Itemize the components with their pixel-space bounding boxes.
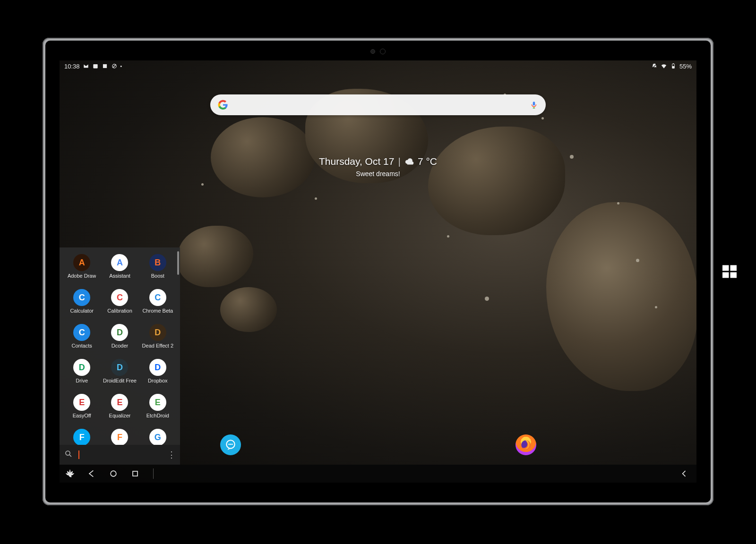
battery-percent: 55% [679,63,692,70]
weather-cloud-icon [404,157,414,166]
app-icon: F [111,429,128,445]
status-clock: 10:38 [64,63,80,70]
app-label: Equalizer [109,413,131,418]
app-etchdroid[interactable]: EEtchDroid [139,394,176,427]
app-calibration[interactable]: CCalibration [101,289,138,322]
navigation-bar [60,465,696,483]
app-icon: A [73,254,90,271]
windows-hardware-button[interactable] [721,263,738,280]
app-droidedit-free[interactable]: DDroidEdit Free [101,359,138,392]
drawer-scrollbar[interactable] [177,251,179,275]
svg-rect-23 [133,471,137,476]
app-dcoder[interactable]: DDcoder [101,324,138,357]
dock-app-firefox[interactable] [515,434,536,455]
battery-icon [670,63,677,69]
app-drawer-grid[interactable]: AAdobe DrawAAssistantBBoostCCalculatorCC… [60,247,180,445]
more-notifications-dot: • [120,64,122,69]
status-left: 10:38 • [64,63,122,70]
home-button[interactable] [107,467,120,480]
app-label: DroidEdit Free [103,378,137,383]
app-easyoff[interactable]: EEasyOff [63,394,100,427]
svg-rect-5 [103,64,106,68]
screenshot-notification-icon [102,63,108,69]
calendar-notification-icon [92,63,99,69]
svg-point-22 [111,471,116,476]
app-calculator[interactable]: CCalculator [63,289,100,322]
voice-search-icon[interactable] [530,100,538,110]
app-icon: C [73,324,90,341]
app-icon: C [111,289,128,306]
app-label: Dcoder [112,343,128,348]
search-cursor [78,450,79,459]
svg-rect-2 [722,272,729,278]
svg-rect-10 [672,66,675,68]
svg-point-16 [228,444,230,445]
back-button[interactable] [85,467,98,480]
app-icon: C [149,289,166,306]
app-drawer: AAdobe DrawAAssistantBBoostCCalculatorCC… [60,247,180,465]
google-search-widget[interactable] [210,94,546,115]
launcher-button[interactable] [63,467,77,480]
svg-point-17 [230,444,232,445]
gmail-notification-icon [83,63,89,69]
app-label: Calibration [107,308,132,314]
app-icon: D [111,359,128,376]
app-dead-effect-2[interactable]: DDead Effect 2 [139,324,176,357]
status-bar[interactable]: 10:38 • 55% [60,60,696,72]
app-drive[interactable]: DDrive [63,359,100,392]
app-label: EtchDroid [146,413,169,418]
app-label: Calculator [70,308,94,314]
nav-expand-button[interactable] [678,467,691,480]
recents-button[interactable] [129,467,142,480]
app-label: Dead Effect 2 [142,343,173,348]
drawer-overflow-icon[interactable]: ⋮ [167,450,175,460]
app-icon: G [149,429,166,445]
svg-line-21 [69,455,71,457]
app-icon: C [73,289,90,306]
app-label: Assistant [109,273,130,279]
wallpaper [211,117,315,197]
app-icon: E [149,394,166,411]
app-contacts[interactable]: CContacts [63,324,100,357]
app-icon: A [111,254,128,271]
app-dropbox[interactable]: DDropbox [139,359,176,392]
app-firefox[interactable]: FFirefox [101,429,138,445]
wifi-icon [661,63,667,69]
app-icon: D [149,324,166,341]
google-logo-icon [218,100,228,110]
rotation-lock-icon [111,63,118,69]
tablet-frame: 10:38 • 55% [43,38,713,505]
app-icon: D [149,359,166,376]
svg-rect-12 [533,102,535,105]
drawer-search-bar[interactable]: ⋮ [60,445,180,465]
app-chrome-beta[interactable]: CChrome Beta [139,289,176,322]
app-assistant[interactable]: AAssistant [101,254,138,287]
dock-app-messages[interactable] [220,434,241,455]
svg-rect-0 [722,265,729,271]
android-screen: 10:38 • 55% [60,60,696,483]
front-camera [350,49,406,54]
search-icon [64,450,73,460]
app-icon: B [149,254,166,271]
app-equalizer[interactable]: EEqualizer [101,394,138,427]
temperature-text: 7 °C [418,156,437,167]
app-files[interactable]: FFiles [63,429,100,445]
app-label: EasyOff [73,413,91,418]
app-icon: D [111,324,128,341]
nav-divider [153,468,154,479]
app-adobe-draw[interactable]: AAdobe Draw [63,254,100,287]
app-gboard[interactable]: GGboard [139,429,176,445]
app-label: Drive [76,378,88,383]
svg-line-7 [112,65,116,68]
tablet-bezel: 10:38 • 55% [45,41,711,502]
app-boost[interactable]: BBoost [139,254,176,287]
date-weather-widget[interactable]: Thursday, Oct 17 | 7 °C Sweet dreams! [319,156,437,178]
svg-rect-4 [93,64,97,68]
svg-point-20 [66,451,70,455]
app-label: Chrome Beta [142,308,173,314]
app-label: Boost [151,273,164,279]
status-right: 55% [651,63,692,70]
app-label: Contacts [71,343,92,348]
app-icon: F [73,429,90,445]
date-text: Thursday, Oct 17 [319,156,395,167]
